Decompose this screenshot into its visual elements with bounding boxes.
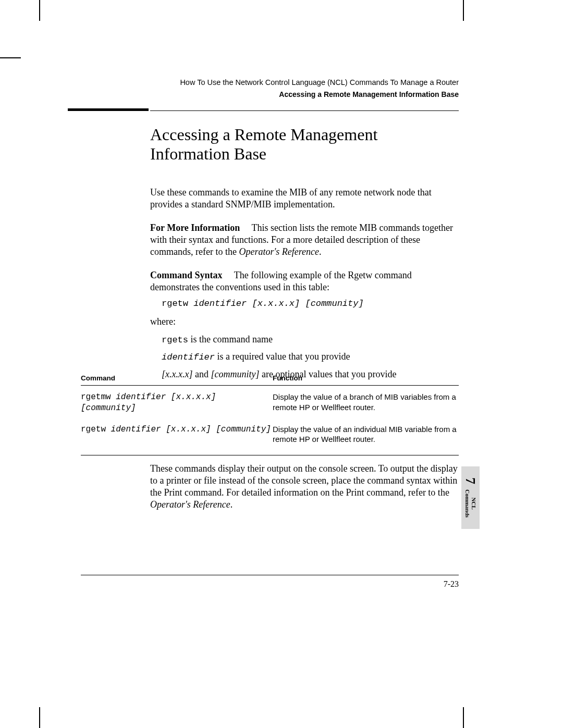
thumb-tab-label: NCL Commands [464,490,476,518]
table-cell-command: rgetw identifier [x.x.x.x] [community] [81,424,273,445]
where-item-2-text: is a required value that you provide [215,351,350,362]
crop-mark [0,57,21,58]
crop-mark [39,0,40,21]
outro-ref: Operator's Reference [150,499,230,510]
syntax-cmd: rgetw [162,299,193,309]
table-header-command: Command [81,374,273,382]
cmd-args: identifier [x.x.x.x] [community] [111,425,271,434]
where-item-2-code: identifier [162,352,215,362]
outro-text-b: . [230,499,233,510]
table-bottom-rule [81,455,459,455]
more-info-text-b: . [319,246,322,257]
where-item-1-text: is the command name [188,334,273,344]
cmd-name: rgetw [81,425,111,434]
syntax-example: rgetw identifier [x.x.x.x] [community] [162,299,459,309]
crop-mark [463,707,464,728]
more-info-label: For More Information [150,223,240,233]
outro-text-a: These commands display their output on t… [150,463,458,498]
table-header-function: Function [273,374,459,382]
table-row: rgetw identifier [x.x.x.x] [community] D… [81,424,459,445]
thumb-tab-line1: NCL [471,498,477,510]
thumb-tab-line2: Commands [465,490,471,518]
running-header: How To Use the Network Control Language … [167,77,459,100]
footer-rule [81,575,459,575]
thumb-tab-number: 7 [463,478,478,485]
outro-paragraph: These commands display their output on t… [150,463,459,511]
more-info-paragraph: For More Information This section lists … [150,222,459,258]
table-cell-function: Display the value of an individual MIB v… [273,424,459,445]
where-item-2: identifier is a required value that you … [162,348,459,365]
page-title: Accessing a Remote Management Informatio… [150,125,459,164]
cmd-name: rgetmw [81,392,116,402]
where-item-1-code: rgets [162,335,188,345]
crop-mark [39,707,40,728]
command-syntax-label: Command Syntax [150,270,223,280]
table-header-row: Command Function [81,374,459,386]
command-syntax-paragraph: Command Syntax The following example of … [150,269,459,293]
table-row: rgetmw identifier [x.x.x.x] [community] … [81,392,459,414]
thumb-tab: 7 NCL Commands [461,466,480,529]
more-info-ref: Operator's Reference [239,246,319,257]
where-label: where: [150,316,459,328]
command-table: Command Function rgetmw identifier [x.x.… [81,374,459,455]
crop-mark [463,0,464,21]
header-rule-thin [150,110,459,111]
where-item-1: rgets is the command name [162,331,459,348]
intro-paragraph: Use these commands to examine the MIB of… [150,187,459,211]
header-rule-thick [68,108,149,111]
syntax-args: identifier [x.x.x.x] [community] [193,299,363,309]
running-header-chapter: How To Use the Network Control Language … [167,77,459,88]
table-cell-function: Display the value of a branch of MIB var… [273,392,459,414]
running-header-section: Accessing a Remote Management Informatio… [167,90,459,100]
table-cell-command: rgetmw identifier [x.x.x.x] [community] [81,392,273,414]
page-number: 7-23 [444,579,459,589]
